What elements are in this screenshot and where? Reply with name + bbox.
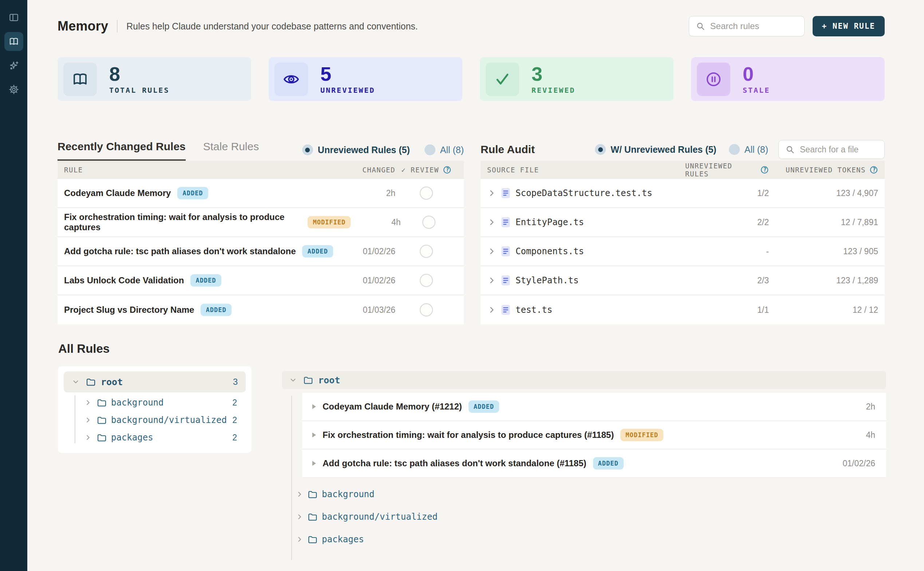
chevron-right-icon [296,490,303,498]
svg-text:?: ? [446,167,450,173]
radio-icon [595,144,606,155]
source-file-row[interactable]: test.ts 1/1 12 / 12 [481,295,885,324]
source-file-row[interactable]: ScopeDataStructure.test.ts 1/2 123 / 4,9… [481,179,885,208]
file-icon [501,304,511,315]
rule-row[interactable]: Project Slug vs Directory Name ADDED 01/… [57,295,464,324]
recent-rows: Codeyam Claude Memory ADDED 2h Fix orche… [57,179,464,324]
col-rule: RULE [64,166,83,174]
detail-folder-label: background/virtualized [322,512,438,522]
nav-settings-button[interactable] [5,80,23,99]
tree-item-root[interactable]: root 3 [64,371,246,392]
folder-icon [307,489,317,499]
detail-body: Codeyam Claude Memory (#1212) ADDED 2h F… [282,393,886,551]
detail-folder-rows: background background/virtualized packag… [296,483,886,551]
unreviewed-tokens-value: 123 / 905 [769,247,878,256]
folder-icon [85,377,96,387]
toggle-sidebar-button[interactable] [5,8,23,27]
folder-icon [96,398,107,408]
nav-ai-tools-button[interactable] [5,56,23,75]
detail-folder-row[interactable]: background/virtualized [296,506,886,528]
detail-folder-row[interactable]: packages [296,528,886,551]
detail-rule-row[interactable]: Fix orchestration timing: wait for analy… [302,421,886,449]
source-file-name: ScopeDataStructure.test.ts [515,188,652,198]
filter-radio-option[interactable]: All (8) [729,144,768,155]
tree-item-folder[interactable]: packages 2 [64,429,246,446]
svg-text:?: ? [763,167,768,173]
source-file-row[interactable]: StylePath.ts 2/3 123 / 1,289 [481,266,885,295]
tree-item-folder[interactable]: background 2 [64,394,246,411]
unreviewed-rules-value: 1/1 [685,305,769,315]
review-checkbox[interactable] [420,187,433,200]
svg-text:?: ? [873,167,877,173]
top-actions: + NEW RULE [689,16,885,36]
expand-triangle-icon [310,460,317,467]
stat-meta: 8 TOTAL RULES [109,64,169,94]
pause-circle-icon [705,71,722,88]
help-icon: ? [443,165,452,174]
source-file-name: StylePath.ts [515,275,579,286]
page-subtitle: Rules help Claude understand your codeba… [126,21,418,32]
stat-label: REVIEWED [532,86,575,94]
detail-folder-row[interactable]: background [296,483,886,506]
stat-value: 5 [320,64,375,84]
changed-value: 01/03/26 [341,305,395,315]
rule-row[interactable]: Codeyam Claude Memory ADDED 2h [57,179,464,208]
nav-memory-button[interactable] [5,32,23,51]
search-file-input[interactable] [800,145,878,154]
tab[interactable]: Stale Rules [203,140,259,161]
detail-rule-rows: Codeyam Claude Memory (#1212) ADDED 2h F… [302,393,886,478]
stat-icon-tile [697,63,730,96]
stat-meta: 5 UNREVIEWED [320,64,375,94]
tree-folder-count: 2 [232,398,237,408]
rule-row[interactable]: Labs Unlock Code Validation ADDED 01/02/… [57,266,464,295]
detail-folder-label: packages [322,534,364,545]
rule-row[interactable]: Add gotcha rule: tsc path aliases don't … [57,237,464,266]
review-cell [395,245,457,258]
radio-icon [302,144,313,155]
chevron-right-icon [296,536,303,543]
filter-radio-option[interactable]: All (8) [424,144,464,155]
detail-rule-name: Fix orchestration timing: wait for analy… [323,430,614,440]
status-badge: ADDED [177,187,208,199]
unreviewed-rules-value: - [685,247,769,256]
radio-icon [729,144,740,155]
changed-value: 01/02/26 [341,247,395,256]
review-checkbox[interactable] [422,216,435,229]
rule-audit-panel: Rule Audit W/ Unreviewed Rules (5) All (… [481,138,885,324]
stats-row: 8 TOTAL RULES 5 UNREV [57,57,885,101]
rule-row[interactable]: Fix orchestration timing: wait for analy… [57,208,464,237]
recent-table-header: RULE CHANGED ✓ REVIEW ? [57,161,464,179]
help-icon: ? [760,165,769,174]
search-rules-input[interactable] [710,21,798,31]
review-checkbox[interactable] [420,303,433,316]
detail-rule-time: 4h [866,430,875,440]
stat-meta: 3 REVIEWED [532,64,575,94]
file-icon [501,217,511,228]
filter-radio-option[interactable]: Unreviewed Rules (5) [302,144,410,155]
detail-rule-row[interactable]: Add gotcha rule: tsc path aliases don't … [302,449,886,478]
review-checkbox[interactable] [420,245,433,258]
chevron-right-icon [487,218,497,227]
changed-value: 4h [351,218,401,227]
detail-rule-row[interactable]: Codeyam Claude Memory (#1212) ADDED 2h [302,393,886,421]
expand-triangle-icon [310,431,317,438]
rule-name: Codeyam Claude Memory [64,188,171,198]
source-file-row[interactable]: EntityPage.ts 2/2 12 / 7,891 [481,208,885,237]
audit-title: Rule Audit [481,143,535,156]
filter-radio-option[interactable]: W/ Unreviewed Rules (5) [595,144,716,155]
tree-item-folder[interactable]: background/virtualized 2 [64,411,246,429]
review-checkbox[interactable] [420,274,433,287]
detail-root-row[interactable]: root [282,371,886,389]
audit-table-header: SOURCE FILE UNREVIEWED RULES ? UNREVIEWE… [481,161,885,179]
unreviewed-tokens-value: 123 / 4,907 [769,188,878,198]
stat-meta: 0 STALE [743,64,770,94]
source-file-name: test.ts [515,305,552,315]
rule-name: Add gotcha rule: tsc path aliases don't … [64,246,296,256]
search-icon [785,145,795,154]
source-file-row[interactable]: Components.ts - 123 / 905 [481,237,885,266]
tab[interactable]: Recently Changed Rules [57,140,186,161]
gear-icon [8,84,19,95]
chevron-right-icon [487,247,497,256]
status-badge: ADDED [593,457,624,469]
new-rule-button[interactable]: + NEW RULE [813,16,885,36]
